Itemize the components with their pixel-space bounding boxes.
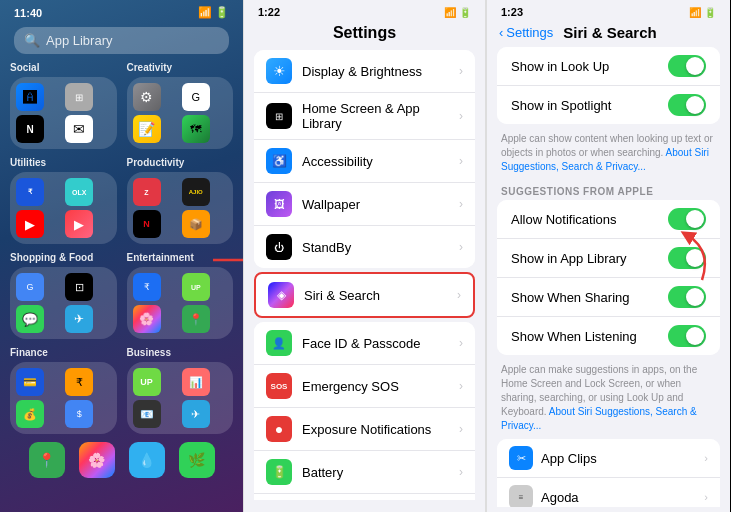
app-icon-biz4[interactable]: ✈ (182, 400, 210, 428)
app-icon-amazon[interactable]: 📦 (182, 210, 210, 238)
phone1-status-bar: 11:40 📶 🔋 (0, 0, 243, 21)
toggle-spotlight-switch[interactable] (668, 94, 706, 116)
app-icon-olx[interactable]: OLX (65, 178, 93, 206)
settings-item-standby[interactable]: ⏻ StandBy › (254, 226, 475, 268)
hint-link-2[interactable]: About Siri Suggestions, Search & Privacy… (501, 406, 697, 431)
toggle-sharing-label: Show When Sharing (511, 290, 668, 305)
settings-item-wallpaper[interactable]: 🖼 Wallpaper › (254, 183, 475, 226)
app-icon-leaf-bottom[interactable]: 🌿 (179, 442, 215, 478)
app-icon-gmaps2[interactable]: 📍 (182, 305, 210, 333)
phone2-time: 1:22 (258, 6, 280, 18)
exposure-icon: ● (266, 416, 292, 442)
app-icon-redmusic[interactable]: ▶ (65, 210, 93, 238)
app-icon-google[interactable]: G (182, 83, 210, 111)
group-label-creativity: Creativity (127, 62, 234, 73)
search-icon: 🔍 (24, 33, 40, 48)
app-icon-biz2[interactable]: 📊 (182, 368, 210, 396)
battery-label: Battery (302, 465, 449, 480)
hint-text-1: Apple can show content when looking up t… (487, 128, 730, 180)
app-icon-upwork[interactable]: UP (182, 273, 210, 301)
phone1-icons: 📶 🔋 (198, 6, 229, 19)
app-icon-paytm[interactable]: ₹ (16, 178, 44, 206)
settings-item-sos[interactable]: SOS Emergency SOS › (254, 365, 475, 408)
app-icon-fin4[interactable]: $ (65, 400, 93, 428)
app-icon-photos-bottom[interactable]: 🌸 (79, 442, 115, 478)
group-label-finance: Finance (10, 347, 117, 358)
app-icon-photos[interactable]: 🌸 (133, 305, 161, 333)
settings-item-display[interactable]: ☀ Display & Brightness › (254, 50, 475, 93)
toggle-lookup-switch[interactable] (668, 55, 706, 77)
faceid-icon: 👤 (266, 330, 292, 356)
display-icon: ☀ (266, 58, 292, 84)
app-icon-settings[interactable]: ⚙ (133, 83, 161, 111)
app-icon-gmaps-bottom[interactable]: 📍 (29, 442, 65, 478)
app-icon-telegram[interactable]: ✈ (65, 305, 93, 333)
toggle-group-2: Allow Notifications Show in App Library … (497, 200, 720, 355)
search-label: App Library (46, 33, 112, 48)
siri-chevron: › (457, 288, 461, 302)
toggle-applibrary-switch[interactable] (668, 247, 706, 269)
battery-chevron: › (459, 465, 463, 479)
settings-item-homescreen[interactable]: ⊞ Home Screen & App Library › (254, 93, 475, 140)
app-icon-gmail[interactable]: ✉ (65, 115, 93, 143)
settings-item-privacy[interactable]: 🔒 Privacy & Security › (254, 494, 475, 500)
app-icon-notion[interactable]: N (16, 115, 44, 143)
toggle-allow-notifications: Allow Notifications (497, 200, 720, 239)
app-icon-square[interactable]: ⊡ (65, 273, 93, 301)
group-label-business: Business (127, 347, 234, 358)
app-icon-appstore[interactable]: 🅰 (16, 83, 44, 111)
toggle-sharing-switch[interactable] (668, 286, 706, 308)
toggle-notifications-switch[interactable] (668, 208, 706, 230)
homescreen-icon: ⊞ (266, 103, 292, 129)
battery-icon: 🔋 (266, 459, 292, 485)
phone2-status-bar: 1:22 📶 🔋 (244, 0, 485, 20)
back-button[interactable]: ‹ Settings (499, 25, 553, 40)
agoda-label: Agoda (541, 490, 696, 505)
group-label-shopping: Shopping & Food (10, 252, 117, 263)
app-icon-googlepay[interactable]: G (16, 273, 44, 301)
phone3-nav: ‹ Settings Siri & Search (487, 20, 730, 47)
appclips-chevron: › (704, 452, 708, 464)
app-icon-biz1[interactable]: UP (133, 368, 161, 396)
app-row-appclips[interactable]: ✂ App Clips › (497, 439, 720, 478)
app-icon-fin1[interactable]: 💳 (16, 368, 44, 396)
settings-item-faceid[interactable]: 👤 Face ID & Passcode › (254, 322, 475, 365)
settings-item-siri[interactable]: ◈ Siri & Search › (254, 272, 475, 318)
toggle-show-sharing: Show When Sharing (497, 278, 720, 317)
app-icon-finance1[interactable]: ₹ (133, 273, 161, 301)
homescreen-chevron: › (459, 109, 463, 123)
settings-item-accessibility[interactable]: ♿ Accessibility › (254, 140, 475, 183)
homescreen-label: Home Screen & App Library (302, 101, 449, 131)
toggle-show-spotlight: Show in Spotlight (497, 86, 720, 124)
app-icon-maps[interactable]: 🗺 (182, 115, 210, 143)
app-icon-zomato[interactable]: Z (133, 178, 161, 206)
toggle-applibrary-label: Show in App Library (511, 251, 668, 266)
toggle-show-applibrary: Show in App Library (497, 239, 720, 278)
toggle-listening-switch[interactable] (668, 325, 706, 347)
app-icon-notes[interactable]: 📝 (133, 115, 161, 143)
app-icon-fin2[interactable]: ₹ (65, 368, 93, 396)
app-library-search[interactable]: 🔍 App Library (14, 27, 229, 54)
agoda-icon: ≡ (509, 485, 533, 507)
app-icon-fin3[interactable]: 💰 (16, 400, 44, 428)
app-icon-netflix[interactable]: N (133, 210, 161, 238)
app-row-agoda[interactable]: ≡ Agoda › (497, 478, 720, 507)
hint-link-1[interactable]: About Siri Suggestions, Search & Privacy… (501, 147, 709, 172)
accessibility-label: Accessibility (302, 154, 449, 169)
sos-icon: SOS (266, 373, 292, 399)
app-icon-water-bottom[interactable]: 💧 (129, 442, 165, 478)
app-list: ✂ App Clips › ≡ Agoda › AJIO AJIO › 📦 Am… (497, 439, 720, 507)
phone2-icons: 📶 🔋 (444, 7, 471, 18)
settings-item-battery[interactable]: 🔋 Battery › (254, 451, 475, 494)
phone1-time: 11:40 (14, 7, 42, 19)
settings-item-exposure[interactable]: ● Exposure Notifications › (254, 408, 475, 451)
app-icon-youtube[interactable]: ▶ (16, 210, 44, 238)
accessibility-icon: ♿ (266, 148, 292, 174)
settings-list: ☀ Display & Brightness › ⊞ Home Screen &… (254, 50, 475, 268)
app-icon-grid[interactable]: ⊞ (65, 83, 93, 111)
app-icon-biz3[interactable]: 📧 (133, 400, 161, 428)
app-icon-ajio[interactable]: AJIO (182, 178, 210, 206)
phone2-screen: 1:22 📶 🔋 Settings ☀ Display & Brightness… (243, 0, 486, 512)
app-icon-message[interactable]: 💬 (16, 305, 44, 333)
phone3-status-bar: 1:23 📶 🔋 (487, 0, 730, 20)
